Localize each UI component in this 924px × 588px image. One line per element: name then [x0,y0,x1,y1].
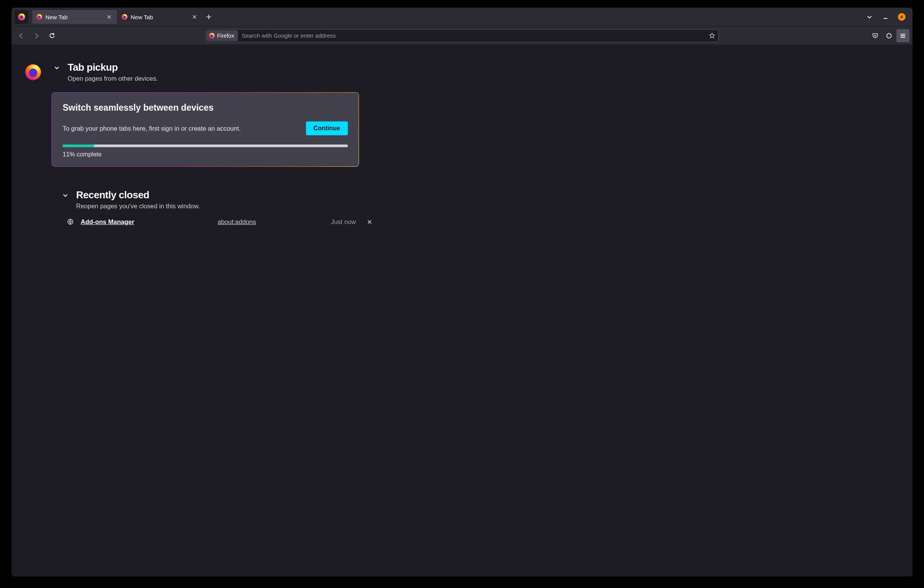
url-bar[interactable]: Firefox [205,29,719,42]
progress-fill [63,145,94,147]
svg-point-9 [29,68,37,77]
tab-title: New Tab [131,14,188,20]
reload-button[interactable] [45,29,58,42]
section-title: Tab pickup [68,61,118,73]
globe-icon [66,218,75,226]
sync-setup-card: Switch seamlessly between devices To gra… [52,92,359,167]
forward-button[interactable] [30,29,43,42]
svg-point-3 [38,16,41,18]
tab-1[interactable]: New Tab [32,10,117,24]
dismiss-button[interactable] [365,218,374,226]
closed-item-title[interactable]: Add-ons Manager [81,218,211,226]
firefox-icon [36,14,42,20]
identity-label: Firefox [217,33,234,39]
setup-progress-bar [63,145,348,147]
minimize-button[interactable] [880,12,891,22]
list-all-tabs-button[interactable] [864,12,875,22]
firefox-icon [18,13,25,21]
recently-closed-section: Recently closed Reopen pages you've clos… [76,189,899,226]
close-icon[interactable] [191,13,198,21]
section-subtitle: Reopen pages you've closed in this windo… [76,203,899,210]
address-input[interactable] [240,32,704,39]
back-button[interactable] [15,29,28,42]
firefox-view-button[interactable] [15,10,28,24]
new-tab-button[interactable] [203,11,214,23]
browser-window: New Tab New Tab [12,8,912,576]
collapse-toggle[interactable] [52,62,62,73]
closed-item-time: Just now [331,218,359,226]
progress-label: 11% complete [63,151,348,158]
collapse-toggle[interactable] [60,190,71,201]
identity-chip[interactable]: Firefox [206,30,238,41]
section-subtitle: Open pages from other devices. [68,75,899,82]
svg-point-5 [123,16,126,18]
nav-toolbar: Firefox [12,26,912,45]
firefox-icon [209,33,215,39]
tab-title: New Tab [45,14,102,20]
svg-point-1 [20,15,23,19]
close-window-button[interactable] [896,12,907,22]
svg-point-7 [210,35,213,37]
close-icon[interactable] [105,13,113,21]
extensions-button[interactable] [882,29,896,42]
app-menu-button[interactable] [896,29,909,42]
tab-pickup-section: Tab pickup Open pages from other devices… [52,61,899,167]
continue-button[interactable]: Continue [306,121,348,135]
card-title: Switch seamlessly between devices [63,103,348,113]
closed-item-url: about:addons [218,218,294,226]
section-title: Recently closed [76,189,149,201]
firefox-icon [121,14,128,20]
card-text: To grab your phone tabs here, first sign… [63,125,241,132]
firefox-logo-icon [25,64,43,82]
recently-closed-item[interactable]: Add-ons Manager about:addons Just now [66,218,374,226]
tab-2[interactable]: New Tab [118,10,202,24]
content-area: Tab pickup Open pages from other devices… [12,45,912,576]
bookmark-star-button[interactable] [706,30,718,42]
tab-strip: New Tab New Tab [12,8,912,26]
save-to-pocket-button[interactable] [869,29,882,42]
